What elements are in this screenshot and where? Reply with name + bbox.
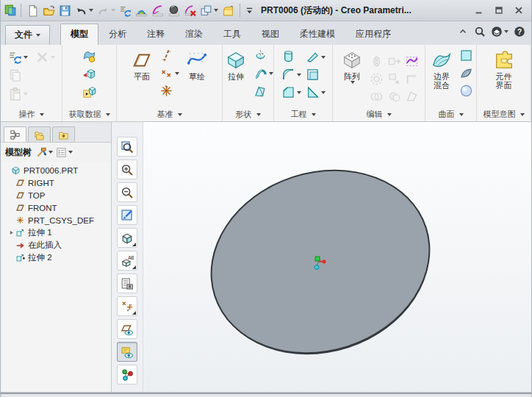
community-button[interactable] bbox=[491, 26, 508, 37]
chevron-down-icon bbox=[351, 81, 355, 84]
tab-工具[interactable]: 工具 bbox=[213, 24, 251, 45]
close-icon bbox=[514, 5, 524, 15]
tab-视图[interactable]: 视图 bbox=[251, 24, 290, 45]
tab-注释[interactable]: 注释 bbox=[137, 24, 175, 45]
tree-item-TOP[interactable]: TOP bbox=[1, 189, 111, 201]
component-interface-button[interactable]: 元件 界面 bbox=[490, 48, 518, 91]
group-label-工程[interactable]: 工程 bbox=[274, 107, 332, 121]
regenerate-button[interactable] bbox=[7, 49, 29, 65]
open-folder-icon bbox=[43, 4, 55, 17]
tree-item-label: 拉伸 2 bbox=[28, 252, 52, 263]
redo-button bbox=[96, 3, 117, 18]
favorites-tab[interactable] bbox=[52, 126, 75, 142]
open-button[interactable] bbox=[41, 3, 57, 18]
csys-button[interactable] bbox=[159, 83, 180, 99]
windows-button[interactable] bbox=[198, 3, 220, 18]
ribbon-tab-bar: 文件 模型分析注释渲染工具视图柔性建模应用程序 ? bbox=[1, 21, 531, 45]
group-label-形状[interactable]: 形状 bbox=[223, 107, 273, 121]
intersect-icon bbox=[370, 90, 384, 104]
tree-display-button[interactable] bbox=[56, 147, 73, 158]
model-tree-tab[interactable] bbox=[4, 126, 26, 142]
repaint-button[interactable] bbox=[117, 205, 137, 225]
trim-button bbox=[404, 89, 420, 104]
open-last-session-button[interactable] bbox=[220, 3, 236, 18]
pattern-button[interactable]: 阵列 bbox=[338, 48, 366, 85]
group-label-模型意图[interactable]: 模型意图 bbox=[477, 107, 531, 121]
minimize-ribbon-button[interactable] bbox=[457, 26, 469, 37]
tree-item-拉伸 2[interactable]: 拉伸 2 bbox=[1, 251, 111, 264]
round-button[interactable] bbox=[281, 67, 302, 82]
analysis-measure-button[interactable] bbox=[134, 3, 149, 18]
minimize-button[interactable] bbox=[472, 4, 486, 16]
undo-button[interactable] bbox=[73, 3, 95, 18]
tree-item-PRT_CSYS_DEF[interactable]: PRT_CSYS_DEF bbox=[1, 214, 111, 226]
erase-measures-button[interactable] bbox=[182, 3, 198, 18]
hole-button[interactable] bbox=[281, 49, 302, 65]
tab-柔性建模[interactable]: 柔性建模 bbox=[290, 24, 345, 45]
display-style-button[interactable] bbox=[117, 228, 137, 248]
tree-item-RIGHT[interactable]: RIGHT bbox=[1, 176, 111, 189]
copy-geometry-button[interactable] bbox=[82, 66, 97, 82]
saved-orientations-button[interactable]: AB bbox=[117, 251, 137, 271]
tab-应用程序[interactable]: 应用程序 bbox=[345, 24, 401, 45]
extrude-button[interactable]: 拉伸 bbox=[222, 48, 250, 82]
extrude-big-icon bbox=[225, 49, 247, 71]
search-button[interactable] bbox=[474, 26, 486, 37]
fill-button[interactable] bbox=[459, 48, 474, 63]
folder-browser-tab[interactable] bbox=[28, 126, 51, 142]
style-button[interactable] bbox=[459, 65, 474, 81]
spin-center-button[interactable] bbox=[117, 365, 137, 385]
swept-blend-button[interactable] bbox=[253, 83, 274, 99]
plane-display-button[interactable] bbox=[117, 319, 137, 339]
tree-item-FRONT[interactable]: FRONT bbox=[1, 201, 111, 214]
boundary-blend-button[interactable]: 边界 混合 bbox=[428, 48, 456, 91]
group-label-获取数据[interactable]: 获取数据 bbox=[62, 107, 116, 121]
group-label-曲面[interactable]: 曲面 bbox=[425, 107, 476, 121]
view-manager-button[interactable] bbox=[117, 273, 137, 293]
zoom-in-button[interactable] bbox=[117, 160, 137, 179]
measure-session-button[interactable] bbox=[166, 3, 181, 18]
freestyle-button[interactable] bbox=[459, 83, 474, 99]
fill-icon bbox=[459, 49, 473, 62]
user-defined-feature-button[interactable] bbox=[82, 49, 97, 64]
wrap-button[interactable] bbox=[404, 54, 420, 69]
rib-button[interactable] bbox=[305, 85, 326, 100]
tab-模型[interactable]: 模型 bbox=[60, 24, 98, 45]
point-button[interactable] bbox=[159, 65, 180, 81]
tab-渲染[interactable]: 渲染 bbox=[175, 24, 213, 45]
shell-button[interactable] bbox=[305, 67, 326, 82]
tree-item-在此插入[interactable]: 在此插入 bbox=[1, 239, 111, 251]
axis-button[interactable] bbox=[159, 48, 180, 63]
save-button[interactable] bbox=[57, 3, 73, 18]
group-label-基准[interactable]: 基准 bbox=[117, 107, 222, 121]
tree-tools-button[interactable] bbox=[36, 147, 53, 158]
ribbon-group-曲面: 边界 混合曲面 bbox=[425, 45, 477, 121]
sketch-button[interactable]: 草绘 bbox=[183, 48, 211, 82]
measure-button[interactable] bbox=[150, 3, 165, 18]
tree-item-PRT0006.PRT[interactable]: PRT0006.PRT bbox=[1, 164, 111, 176]
toolbar-overflow-button[interactable] bbox=[244, 5, 255, 16]
regenerate-button[interactable] bbox=[118, 3, 133, 18]
draft-button[interactable] bbox=[305, 49, 326, 65]
plane-button[interactable]: 平面 bbox=[128, 48, 156, 82]
revolve-button[interactable] bbox=[253, 48, 274, 63]
zoom-out-icon bbox=[121, 186, 134, 199]
help-button[interactable]: ? bbox=[514, 26, 525, 37]
close-button[interactable] bbox=[511, 4, 526, 16]
zoom-out-button[interactable] bbox=[117, 182, 137, 202]
new-file-button[interactable] bbox=[25, 3, 40, 18]
chamfer-button[interactable] bbox=[281, 85, 302, 100]
group-label-编辑[interactable]: 编辑 bbox=[333, 107, 425, 121]
sweep-button[interactable] bbox=[253, 65, 274, 81]
restore-button[interactable] bbox=[492, 4, 506, 16]
datum-display-filters-button[interactable] bbox=[117, 296, 137, 316]
annotation-display-button[interactable] bbox=[117, 342, 137, 362]
shrinkwrap-button[interactable] bbox=[82, 84, 97, 99]
tree-item-拉伸 1[interactable]: 拉伸 1 bbox=[1, 226, 111, 239]
graphics-viewport[interactable] bbox=[143, 122, 531, 392]
file-menu-button[interactable]: 文件 bbox=[5, 25, 50, 45]
zoom-region-button[interactable] bbox=[117, 137, 137, 157]
group-label-操作[interactable]: 操作 bbox=[1, 107, 62, 121]
expander-icon[interactable] bbox=[7, 229, 15, 236]
tab-分析[interactable]: 分析 bbox=[98, 24, 137, 45]
